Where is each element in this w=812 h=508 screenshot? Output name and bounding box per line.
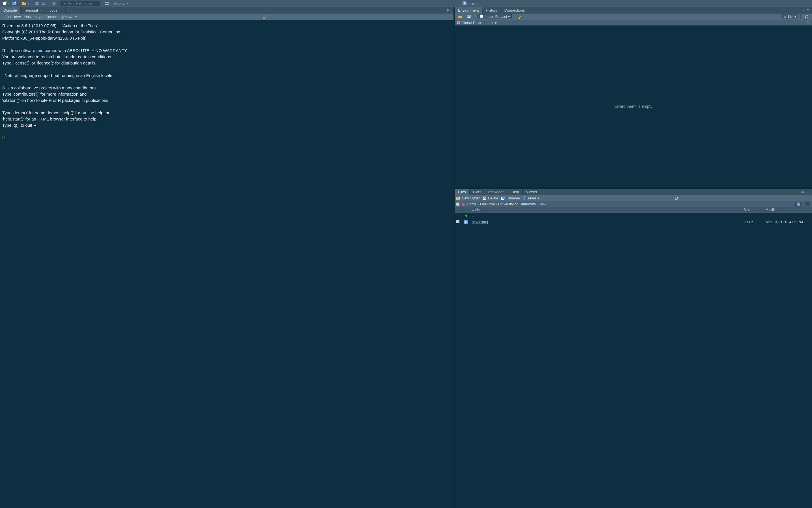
files-header: ▲Name Size Modified [455, 207, 812, 213]
svg-rect-13 [42, 4, 44, 5]
svg-rect-37 [484, 198, 486, 199]
save-all-icon [42, 1, 46, 5]
env-body: Environment is empty [455, 26, 812, 187]
tab-files[interactable]: Files [455, 189, 469, 195]
console-path-bar: ~/OneDrive - University of Canterbury/ne… [0, 13, 453, 20]
project-menu[interactable]: R new ▾ [461, 1, 478, 6]
env-search-input[interactable] [806, 20, 810, 25]
panes-button[interactable]: ▾ [104, 1, 113, 6]
grid-icon [480, 15, 484, 19]
tab-packages[interactable]: Packages [485, 189, 508, 195]
view-mode-button[interactable]: ≡ List ▾ [781, 14, 798, 19]
col-name[interactable]: ▲Name [470, 207, 742, 213]
refresh-files-button[interactable] [542, 196, 810, 200]
print-icon [52, 1, 56, 5]
svg-rect-10 [37, 2, 38, 3]
delete-icon [483, 196, 487, 200]
package-icon [456, 20, 460, 24]
svg-rect-34 [459, 197, 460, 198]
refresh-env-button[interactable] [803, 14, 810, 19]
new-folder-button[interactable]: New Folder [456, 196, 480, 200]
save-icon [35, 1, 39, 5]
home-icon[interactable] [461, 202, 465, 206]
files-toolbar: New Folder Delete Rename More▾ [455, 195, 812, 201]
caret-icon: ▾ [28, 2, 29, 5]
svg-rect-15 [53, 2, 55, 3]
scope-selector[interactable]: Global Environment ▾ [456, 20, 496, 25]
goto-file-input[interactable]: ➤ Go to file/function [60, 1, 100, 6]
env-empty-message: Environment is empty [614, 104, 652, 109]
goto-dir-icon[interactable]: ➦ [74, 15, 78, 19]
print-button[interactable] [51, 1, 57, 6]
rename-button[interactable]: Rename [501, 196, 520, 200]
open-folder-icon [458, 15, 462, 19]
goto-placeholder: Go to file/function [67, 2, 92, 5]
file-name[interactable]: new.Rproj [470, 220, 742, 224]
files-tabs: Files Plots Packages Help Viewer ▭ ▢ [455, 188, 812, 195]
open-file-button[interactable]: ▾ [21, 1, 30, 6]
chevron-right-icon: › [478, 203, 479, 206]
new-project-button[interactable] [11, 1, 17, 6]
svg-rect-20 [107, 4, 109, 5]
new-file-button[interactable]: ▾ [2, 1, 11, 6]
minimize-icon[interactable]: ▭ [800, 8, 804, 12]
popout-icon[interactable] [447, 8, 451, 12]
row-checkbox[interactable] [456, 220, 459, 223]
svg-point-41 [524, 198, 525, 199]
tab-jobs[interactable]: Jobs× [46, 7, 65, 13]
close-icon[interactable]: × [60, 9, 62, 12]
project-badge[interactable]: R [795, 202, 802, 207]
file-row[interactable]: Rnew.Rproj203 BMar 13, 2020, 4:00 PM [455, 219, 812, 225]
svg-rect-16 [53, 4, 55, 5]
svg-rect-18 [107, 2, 109, 3]
addins-button[interactable]: Addins ▾ [113, 1, 129, 6]
more-button[interactable]: More▾ [523, 196, 539, 200]
close-icon[interactable]: × [41, 9, 42, 12]
breadcrumb-segment[interactable]: new [540, 202, 546, 206]
tab-plots[interactable]: Plots [469, 189, 485, 195]
breadcrumb-segment[interactable]: OneDrive - University of Canterbury [480, 202, 536, 206]
delete-button[interactable]: Delete [483, 196, 498, 200]
svg-rect-7 [15, 2, 16, 3]
tab-terminal[interactable]: Terminal× [20, 7, 46, 13]
clear-workspace-button[interactable] [516, 14, 524, 19]
save-button[interactable] [34, 1, 40, 6]
file-row[interactable]: .. [455, 213, 812, 219]
maximize-icon[interactable]: ▢ [806, 190, 810, 194]
clear-console-icon[interactable] [80, 15, 451, 19]
chevron-right-icon: › [537, 203, 538, 206]
env-scope-bar: Global Environment ▾ [455, 20, 812, 26]
tab-console[interactable]: Console [0, 7, 20, 13]
caret-icon: ▾ [795, 15, 796, 19]
file-icon: R [462, 220, 470, 224]
broom-icon [518, 15, 522, 19]
col-modified[interactable]: Modified [764, 207, 812, 213]
tab-viewer[interactable]: Viewer [523, 189, 541, 195]
save-all-button[interactable] [41, 1, 47, 6]
environment-pane: Environment History Connections ▭ ▢ Impo… [455, 7, 812, 187]
tab-connections[interactable]: Connections [501, 7, 529, 13]
svg-rect-29 [457, 21, 458, 23]
svg-rect-12 [42, 2, 45, 5]
tab-history[interactable]: History [482, 7, 501, 13]
console-output[interactable]: R version 3.6.1 (2019-07-05) -- "Action … [0, 20, 453, 508]
new-folder-icon [456, 196, 460, 200]
maximize-icon[interactable]: ▢ [806, 8, 810, 12]
file-name[interactable]: .. [470, 214, 742, 218]
import-dataset-button[interactable]: Import Dataset ▾ [478, 14, 512, 19]
save-workspace-button[interactable] [465, 14, 473, 19]
minimize-icon[interactable]: ▭ [800, 190, 804, 194]
svg-rect-25 [467, 15, 471, 18]
tab-help[interactable]: Help [508, 189, 523, 195]
list-icon: ≡ [783, 15, 787, 19]
env-tabs: Environment History Connections ▭ ▢ [455, 7, 812, 13]
select-all-checkbox[interactable] [456, 203, 459, 206]
svg-rect-30 [458, 23, 459, 24]
path-overflow-button[interactable]: ... [805, 202, 810, 206]
tab-environment[interactable]: Environment [455, 7, 482, 13]
breadcrumb-segment[interactable]: Home [467, 202, 476, 206]
addins-label: Addins [114, 1, 125, 6]
col-size[interactable]: Size [742, 207, 764, 213]
load-workspace-button[interactable] [456, 14, 464, 19]
main-toolbar: ▾ ▾ ➤ Go to file/function ▾ Addins ▾ [0, 0, 812, 7]
